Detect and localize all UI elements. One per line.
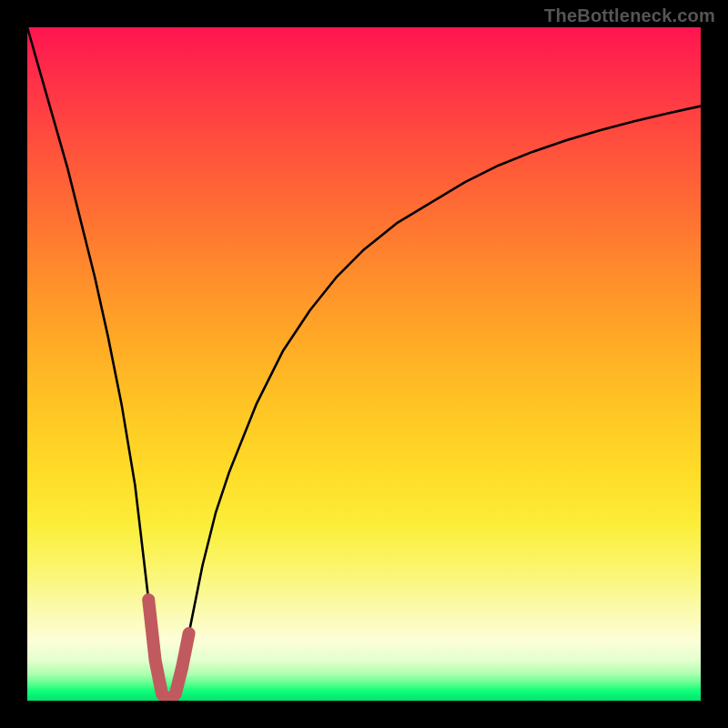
curve-layer [27, 27, 701, 701]
trough-highlight [148, 600, 188, 701]
chart-frame: TheBottleneck.com [0, 0, 728, 728]
watermark-text: TheBottleneck.com [544, 5, 715, 26]
bottleneck-curve [27, 27, 701, 701]
plot-area [27, 27, 701, 701]
